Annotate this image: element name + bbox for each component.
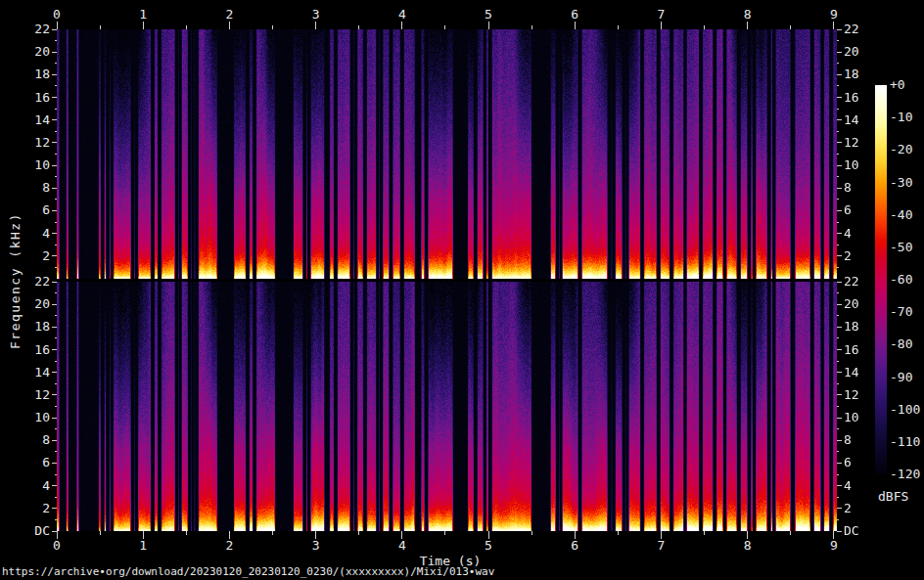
- time-tick-major-top: [488, 22, 489, 29]
- freq-tick-major-right: [837, 165, 842, 166]
- freq-tick-major-right: [837, 349, 842, 350]
- freq-tick-major-right: [837, 142, 842, 143]
- freq-tick-label-left: 4: [19, 479, 50, 493]
- time-tick-minor-bottom: [531, 531, 532, 535]
- freq-tick-label-right: 16: [844, 343, 877, 357]
- freq-tick-label-left: 18: [19, 320, 50, 334]
- freq-tick-major-right: [837, 119, 842, 120]
- freq-tick-label-left: 22: [19, 22, 50, 36]
- time-tick-label-top: 1: [131, 8, 155, 22]
- freq-tick-minor-left: [55, 406, 57, 407]
- freq-tick-major-left: [52, 165, 57, 166]
- time-tick-major-top: [401, 22, 402, 29]
- freq-tick-minor-left: [55, 267, 57, 268]
- time-tick-label-top: 8: [736, 8, 760, 22]
- freq-tick-major-left: [52, 52, 57, 53]
- freq-tick-major-right: [837, 282, 842, 283]
- spectrogram-channel-1: [57, 29, 837, 279]
- colorbar-tick-label: -120: [890, 468, 924, 481]
- time-tick-label-top: 6: [563, 8, 586, 22]
- freq-tick-label-right: 22: [844, 275, 877, 289]
- time-tick-minor-bottom: [704, 531, 705, 535]
- freq-tick-minor-right: [837, 361, 839, 362]
- colorbar-tick-label: -20: [890, 143, 924, 156]
- freq-tick-label-right: 12: [844, 388, 877, 402]
- freq-tick-major-left: [52, 304, 57, 305]
- freq-tick-minor-right: [837, 85, 839, 86]
- freq-tick-major-right: [837, 304, 842, 305]
- freq-tick-minor-left: [55, 245, 57, 245]
- freq-tick-label-right: 10: [844, 158, 877, 172]
- time-tick-label-bottom: 3: [304, 539, 328, 553]
- freq-tick-minor-right: [837, 40, 839, 41]
- time-tick-minor-top: [358, 25, 359, 29]
- freq-tick-minor-left: [55, 428, 57, 429]
- freq-tick-label-left: 2: [19, 249, 50, 263]
- colorbar-tick-label: -60: [890, 273, 924, 287]
- time-tick-minor-bottom: [790, 531, 791, 535]
- freq-tick-major-right: [837, 418, 842, 419]
- freq-tick-minor-right: [837, 451, 839, 452]
- colorbar-tick-label: -110: [890, 435, 924, 449]
- freq-tick-label-right: 6: [844, 456, 877, 469]
- freq-tick-label-left: 20: [19, 297, 50, 311]
- colorbar-tick-label: +0: [890, 78, 924, 92]
- time-tick-label-top: 3: [304, 8, 328, 22]
- colorbar-tick-label: -40: [890, 208, 924, 222]
- time-tick-minor-top: [444, 25, 445, 29]
- colorbar-tick-label: -70: [890, 305, 924, 319]
- freq-tick-minor-right: [837, 199, 839, 200]
- freq-tick-major-right: [837, 188, 842, 189]
- freq-tick-major-left: [52, 210, 57, 211]
- freq-tick-major-left: [52, 29, 57, 30]
- time-tick-label-bottom: 9: [822, 539, 846, 553]
- freq-tick-minor-left: [55, 40, 57, 41]
- freq-tick-major-right: [837, 97, 842, 98]
- time-tick-minor-bottom: [186, 531, 187, 535]
- freq-tick-minor-left: [55, 85, 57, 86]
- freq-tick-label-left: 2: [19, 502, 50, 515]
- freq-tick-minor-right: [837, 497, 839, 498]
- freq-tick-label-right: 16: [844, 91, 877, 105]
- colorbar-tick-label: -80: [890, 337, 924, 351]
- freq-tick-major-right: [837, 327, 842, 328]
- freq-tick-major-left: [52, 485, 57, 486]
- freq-tick-label-right: 18: [844, 67, 877, 81]
- freq-tick-minor-right: [837, 267, 839, 268]
- freq-tick-label-right: 20: [844, 45, 877, 59]
- freq-tick-label-right: 14: [844, 113, 877, 127]
- freq-tick-minor-left: [55, 383, 57, 384]
- freq-tick-label-right: 8: [844, 181, 877, 195]
- freq-tick-minor-left: [55, 109, 57, 110]
- freq-tick-major-left: [52, 255, 57, 256]
- time-tick-label-top: 5: [477, 8, 500, 22]
- time-tick-label-bottom: 2: [217, 539, 241, 553]
- time-tick-major-top: [747, 22, 748, 29]
- time-tick-label-bottom: 7: [649, 539, 672, 553]
- freq-tick-minor-right: [837, 292, 839, 293]
- freq-tick-label-left: 22: [19, 275, 50, 289]
- time-tick-major-top: [575, 22, 576, 29]
- freq-tick-label-left: 12: [19, 388, 50, 402]
- freq-tick-minor-left: [55, 131, 57, 132]
- time-tick-minor-top: [100, 25, 101, 29]
- time-tick-minor-bottom: [358, 531, 359, 535]
- freq-tick-label-left: 8: [19, 433, 50, 447]
- time-tick-major-top: [661, 22, 662, 29]
- freq-tick-label-left: 10: [19, 158, 50, 172]
- freq-tick-minor-right: [837, 245, 839, 245]
- freq-tick-label-right: 8: [844, 433, 877, 447]
- freq-tick-major-right: [837, 394, 842, 395]
- freq-tick-minor-left: [55, 315, 57, 316]
- freq-tick-dc-right: [837, 531, 842, 532]
- freq-tick-minor-left: [55, 292, 57, 293]
- freq-tick-major-right: [837, 485, 842, 486]
- freq-tick-label-left: 12: [19, 136, 50, 150]
- freq-tick-label-right: 4: [844, 227, 877, 241]
- freq-tick-major-right: [837, 255, 842, 256]
- freq-tick-major-right: [837, 440, 842, 441]
- time-tick-major-top: [229, 22, 230, 29]
- freq-tick-minor-right: [837, 428, 839, 429]
- freq-tick-label-right: 6: [844, 203, 877, 217]
- freq-tick-minor-left: [55, 199, 57, 200]
